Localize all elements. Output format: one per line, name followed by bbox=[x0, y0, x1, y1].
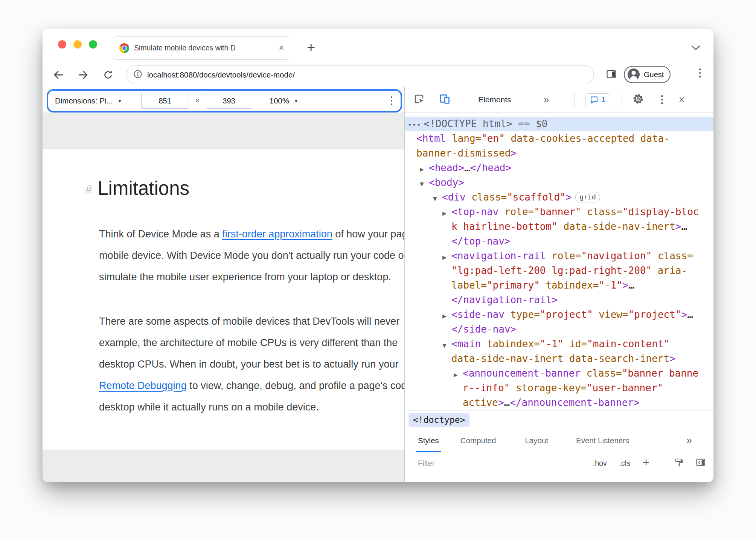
dimensions-dropdown[interactable]: Dimensions: Pi... bbox=[55, 96, 113, 105]
dom-tree-line[interactable]: label="primary" tabindex="-1">… bbox=[405, 278, 713, 293]
reload-button[interactable] bbox=[102, 69, 114, 81]
dom-tree-line[interactable]: </side-nav> bbox=[405, 322, 713, 337]
dom-tree-line[interactable]: ▼<div class="scaffold">grid bbox=[405, 190, 713, 205]
minimize-window-button[interactable] bbox=[73, 40, 82, 49]
grid-adorner-badge[interactable]: grid bbox=[575, 192, 600, 202]
new-style-rule-button[interactable]: + bbox=[643, 457, 649, 468]
breadcrumb-item[interactable]: <!doctype> bbox=[408, 413, 469, 427]
zoom-dropdown[interactable]: 100% bbox=[270, 96, 289, 105]
page-text-line: There are some aspects of mobile devices… bbox=[99, 311, 404, 332]
tree-collapsed-arrow-icon[interactable]: ▶ bbox=[442, 206, 451, 221]
page-text-line: simulate the mobile user experience from… bbox=[99, 266, 404, 288]
maximize-window-button[interactable] bbox=[89, 40, 97, 49]
window-chevron-icon[interactable] bbox=[691, 45, 701, 52]
inspect-element-icon[interactable] bbox=[414, 94, 424, 106]
toggle-element-state-button[interactable]: :hov bbox=[593, 459, 607, 468]
page-text-line: desktop CPUs. When in doubt, your best b… bbox=[99, 354, 404, 375]
emulated-page: # Limitations Think of Device Mode as a … bbox=[43, 149, 404, 450]
tab-layout[interactable]: Layout bbox=[525, 429, 548, 452]
dom-tree-line[interactable]: banner-dismissed> bbox=[405, 146, 713, 161]
side-panel-icon[interactable] bbox=[607, 70, 616, 80]
dom-tree: •••<!DOCTYPE html> == $0<html lang="en" … bbox=[405, 113, 713, 410]
page-text-line: example, the architecture of mobile CPUs… bbox=[99, 332, 404, 354]
toolbar-separator bbox=[459, 93, 459, 106]
device-mode-canvas: # Limitations Think of Device Mode as a … bbox=[43, 112, 404, 482]
devtools-close-icon[interactable]: × bbox=[679, 95, 685, 105]
zoom-dropdown-arrow-icon[interactable]: ▼ bbox=[294, 98, 299, 104]
chrome-logo-icon bbox=[119, 43, 129, 53]
heading-anchor-link[interactable]: # bbox=[85, 183, 92, 196]
dom-tree-line[interactable]: ▼<main tabindex="-1" id="main-content" bbox=[405, 337, 713, 351]
dom-tree-line[interactable]: ▶<announcement-banner class="banner bann… bbox=[405, 366, 713, 381]
dom-tree-line[interactable]: </top-nav> bbox=[405, 234, 713, 249]
browser-window: Simulate mobile devices with D × + local… bbox=[43, 29, 713, 482]
toolbar-separator bbox=[662, 457, 662, 469]
dom-tree-line[interactable]: "lg:pad-left-200 lg:pad-right-200" aria- bbox=[405, 263, 713, 278]
back-button[interactable] bbox=[52, 69, 64, 81]
dom-tree-line[interactable]: ▶<navigation-rail role="navigation" clas… bbox=[405, 249, 713, 263]
page-link[interactable]: Remote Debugging bbox=[99, 380, 187, 391]
dom-tree-line[interactable]: active>…</announcement-banner> bbox=[405, 395, 713, 410]
tree-expanded-arrow-icon[interactable]: ▼ bbox=[420, 177, 429, 191]
dom-tree-line[interactable]: ▼<body> bbox=[405, 175, 713, 190]
tab-close-icon[interactable]: × bbox=[279, 44, 284, 52]
profile-button[interactable]: Guest bbox=[624, 66, 671, 83]
tree-collapsed-arrow-icon[interactable]: ▶ bbox=[442, 309, 451, 324]
new-tab-button[interactable]: + bbox=[302, 39, 320, 56]
tree-collapsed-arrow-icon[interactable]: ▶ bbox=[420, 162, 429, 177]
tree-expanded-arrow-icon[interactable]: ▼ bbox=[433, 191, 442, 206]
dom-tree-line[interactable]: k hairline-bottom" data-side-nav-inert>… bbox=[405, 219, 713, 234]
sidebar-toggle-icon[interactable] bbox=[696, 459, 705, 468]
tree-collapsed-arrow-icon[interactable]: ▶ bbox=[442, 250, 451, 265]
settings-gear-icon[interactable] bbox=[633, 93, 644, 106]
devtools-panel: Elements » 1 × bbox=[404, 87, 713, 482]
breadcrumb: <!doctype> bbox=[405, 410, 713, 429]
toolbar-separator bbox=[622, 93, 622, 106]
browser-menu-button[interactable] bbox=[699, 68, 701, 78]
tree-expanded-arrow-icon[interactable]: ▼ bbox=[442, 338, 451, 353]
element-classes-button[interactable]: .cls bbox=[619, 459, 630, 468]
sidebar-pane-tabs: Styles Computed Layout Event Listeners » bbox=[405, 429, 713, 452]
console-messages-badge[interactable]: 1 bbox=[585, 93, 611, 106]
device-toolbar-toggle-icon[interactable] bbox=[439, 94, 450, 106]
profile-label: Guest bbox=[644, 70, 664, 79]
address-bar[interactable]: localhost:8080/docs/devtools/device-mode… bbox=[127, 65, 594, 84]
url-text[interactable]: localhost:8080/docs/devtools/device-mode… bbox=[147, 70, 295, 79]
dropdown-arrow-icon[interactable]: ▼ bbox=[117, 98, 122, 104]
viewport-width-input[interactable] bbox=[141, 93, 189, 109]
device-toolbar-menu-button[interactable] bbox=[391, 96, 393, 105]
styles-filter-input[interactable] bbox=[418, 459, 542, 468]
forward-button[interactable] bbox=[77, 69, 89, 81]
tab-event-listeners[interactable]: Event Listeners bbox=[576, 429, 629, 452]
tab-styles[interactable]: Styles bbox=[418, 429, 439, 452]
dom-tree-line[interactable]: data-side-nav-inert data-search-inert> bbox=[405, 351, 713, 366]
tab-elements[interactable]: Elements bbox=[478, 95, 511, 104]
viewport-height-input[interactable] bbox=[206, 93, 252, 109]
dom-tree-line[interactable]: ▶<head>…</head> bbox=[405, 161, 713, 175]
dom-tree-line[interactable]: r--info" storage-key="user-banner" bbox=[405, 381, 713, 395]
dom-tree-line[interactable]: •••<!DOCTYPE html> == $0 bbox=[405, 117, 713, 131]
page-text-line: Remote Debugging to view, change, debug,… bbox=[99, 375, 404, 397]
devtools-menu-button[interactable] bbox=[661, 95, 663, 104]
more-panes-icon[interactable]: » bbox=[687, 435, 692, 446]
browser-tab[interactable]: Simulate mobile devices with D × bbox=[113, 36, 290, 60]
tab-computed[interactable]: Computed bbox=[460, 429, 496, 452]
close-window-button[interactable] bbox=[58, 40, 66, 49]
console-bubble-icon bbox=[590, 96, 598, 104]
dom-tree-line[interactable]: ▶<side-nav type="project" view="project"… bbox=[405, 307, 713, 322]
dom-tree-line[interactable]: </navigation-rail> bbox=[405, 293, 713, 307]
vertical-dots-icon bbox=[699, 68, 701, 78]
more-panels-icon[interactable]: » bbox=[544, 94, 549, 106]
desktop-background: Simulate mobile devices with D × + local… bbox=[0, 0, 756, 538]
paragraph: Think of Device Mode as a first-order ap… bbox=[99, 223, 404, 288]
dimensions-times-label: × bbox=[195, 96, 200, 106]
dom-tree-line[interactable]: <html lang="en" data-cookies-accepted da… bbox=[405, 131, 713, 146]
page-link[interactable]: first-order approximation bbox=[222, 228, 332, 240]
tree-collapsed-arrow-icon[interactable]: ▶ bbox=[454, 368, 463, 382]
paint-roller-icon[interactable] bbox=[675, 458, 684, 468]
avatar bbox=[628, 68, 640, 81]
site-info-icon[interactable] bbox=[133, 70, 142, 80]
page-title: Limitations bbox=[98, 177, 189, 199]
traffic-lights bbox=[58, 40, 97, 49]
dom-tree-line[interactable]: ▶<top-nav role="banner" class="display-b… bbox=[405, 205, 713, 219]
